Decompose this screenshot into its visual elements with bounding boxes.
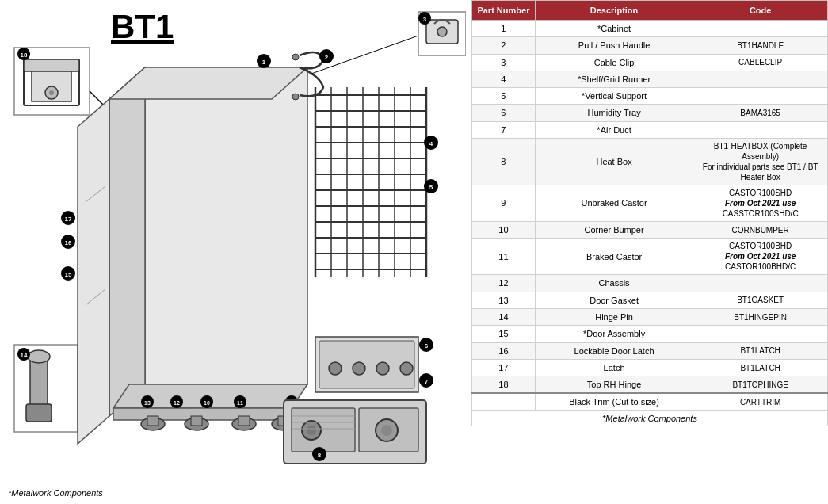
svg-point-88 <box>353 362 365 375</box>
cell-description: Black Trim (Cut to size) <box>535 393 693 410</box>
cell-description: Cable Clip <box>535 54 693 71</box>
table-row: 11Braked CastorCASTOR100BHDFrom Oct 2021… <box>472 239 828 275</box>
table-row: 12Chassis <box>472 275 828 292</box>
diagram-panel: BT1 18 14 <box>0 0 471 504</box>
cell-code: BT1HANDLE <box>693 37 828 54</box>
cell-description: Humidity Tray <box>535 105 693 121</box>
parts-table-panel: Part Number Description Code 1*Cabinet2P… <box>471 0 828 504</box>
table-row: 6Humidity TrayBAMA3165 <box>472 105 828 121</box>
cell-code: BT1GASKET <box>693 292 828 308</box>
cell-description: Lockable Door Latch <box>535 342 693 359</box>
table-row: 9Unbraked CastorCASTOR100SHDFrom Oct 202… <box>472 185 828 222</box>
table-row: 10Corner BumperCORNBUMPER <box>472 222 828 239</box>
svg-text:13: 13 <box>144 400 151 406</box>
cell-part-number: 10 <box>472 222 536 239</box>
cell-description: Heat Box <box>535 139 693 185</box>
cell-description: Corner Bumper <box>535 222 693 239</box>
table-row: 1*Cabinet <box>472 21 828 37</box>
svg-marker-17 <box>145 67 307 384</box>
svg-marker-19 <box>109 67 307 99</box>
cell-part-number: 17 <box>472 359 536 376</box>
cell-part-number: 15 <box>472 326 536 342</box>
cell-code <box>693 121 828 138</box>
cell-description: Chassis <box>535 275 693 292</box>
cell-part-number: 8 <box>472 139 536 185</box>
svg-rect-12 <box>26 404 52 422</box>
svg-rect-10 <box>30 357 48 408</box>
cell-code: BT1TOPHINGE <box>693 376 828 394</box>
cell-description: Latch <box>535 359 693 376</box>
cell-code: BT1LATCH <box>693 342 828 359</box>
svg-text:5: 5 <box>429 184 433 191</box>
svg-rect-96 <box>292 408 355 452</box>
svg-rect-58 <box>191 416 202 426</box>
svg-text:4: 4 <box>429 140 433 147</box>
table-row: 7*Air Duct <box>472 121 828 138</box>
cell-part-number: 13 <box>472 292 536 308</box>
cell-description: Unbraked Castor <box>535 185 693 222</box>
cell-code <box>693 326 828 342</box>
svg-text:12: 12 <box>174 400 180 406</box>
cell-part-number: 12 <box>472 275 536 292</box>
svg-text:6: 6 <box>424 342 428 349</box>
svg-point-101 <box>381 425 392 436</box>
cell-description: *Door Assembly <box>535 326 693 342</box>
cell-description: *Air Duct <box>535 121 693 138</box>
svg-rect-56 <box>147 416 158 426</box>
svg-point-99 <box>307 426 316 435</box>
svg-rect-2 <box>24 59 79 71</box>
cell-part-number: 1 <box>472 21 536 37</box>
cell-description: Braked Castor <box>535 239 693 275</box>
cell-code: CORNBUMPER <box>693 222 828 239</box>
table-row: Black Trim (Cut to size)CARTTRIM <box>472 393 828 410</box>
cell-part-number: 4 <box>472 71 536 87</box>
cell-description: *Shelf/Grid Runner <box>535 71 693 87</box>
cell-part-number: 5 <box>472 88 536 105</box>
cell-code: CASTOR100BHDFrom Oct 2021 useCASTOR100BH… <box>693 239 828 275</box>
table-row: 3Cable ClipCABLECLIP <box>472 54 828 71</box>
cell-description: *Vertical Support <box>535 88 693 105</box>
table-row: 2Pull / Push HandleBT1HANDLE <box>472 37 828 54</box>
svg-text:7: 7 <box>424 378 428 385</box>
svg-text:16: 16 <box>64 239 71 246</box>
cell-code: CASTOR100SHDFrom Oct 2021 useCASSTOR100S… <box>693 185 828 222</box>
diagram-area: 18 14 <box>0 0 471 475</box>
cell-code <box>693 88 828 105</box>
metalwork-table-note: *Metalwork Components <box>471 411 828 426</box>
svg-text:8: 8 <box>317 452 321 459</box>
cell-code: BT1-HEATBOX (Complete Assembly)For indiv… <box>693 139 828 185</box>
cell-part-number: 3 <box>472 54 536 71</box>
table-row: 15*Door Assembly <box>472 326 828 342</box>
cell-part-number: 2 <box>472 37 536 54</box>
col-header-code: Code <box>693 1 828 21</box>
svg-text:1: 1 <box>261 59 265 66</box>
svg-text:14: 14 <box>20 352 27 359</box>
cell-part-number: 14 <box>472 308 536 325</box>
table-row: 5*Vertical Support <box>472 88 828 105</box>
svg-marker-18 <box>109 67 145 416</box>
cell-description: Door Gasket <box>535 292 693 308</box>
table-row: 4*Shelf/Grid Runner <box>472 71 828 87</box>
cell-description: *Cabinet <box>535 21 693 37</box>
svg-point-87 <box>329 362 342 375</box>
svg-point-11 <box>28 350 50 363</box>
table-row: 13Door GasketBT1GASKET <box>472 292 828 308</box>
svg-text:17: 17 <box>64 216 71 223</box>
cell-part-number: 6 <box>472 105 536 121</box>
col-header-description: Description <box>535 1 693 21</box>
cell-code <box>693 275 828 292</box>
svg-text:2: 2 <box>324 54 328 61</box>
svg-text:10: 10 <box>204 400 210 406</box>
cell-description: Pull / Push Handle <box>535 37 693 54</box>
cell-code: CARTTRIM <box>693 393 828 410</box>
cell-code: BT1HINGEPIN <box>693 308 828 325</box>
svg-point-76 <box>292 94 299 100</box>
table-row: 14Hinge PinBT1HINGEPIN <box>472 308 828 325</box>
svg-point-90 <box>400 362 413 375</box>
svg-point-89 <box>376 362 389 375</box>
cell-part-number: 7 <box>472 121 536 138</box>
svg-text:11: 11 <box>237 400 243 406</box>
svg-text:3: 3 <box>422 16 426 23</box>
cell-part-number: 16 <box>472 342 536 359</box>
cell-part-number: 9 <box>472 185 536 222</box>
